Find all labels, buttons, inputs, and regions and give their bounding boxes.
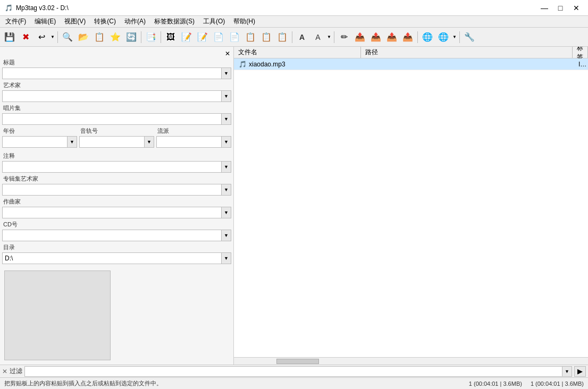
toolbar-btn15[interactable]: 📄 bbox=[227, 30, 242, 45]
filename-text: xiaodao.mp3 bbox=[249, 61, 285, 68]
status-count-selected: 1 (00:04:01 | 3.6MB) bbox=[469, 380, 522, 387]
cd-dropdown[interactable]: ▼ bbox=[222, 230, 231, 241]
toolbar-btn20[interactable]: A bbox=[310, 30, 325, 45]
filter-input[interactable] bbox=[24, 366, 562, 377]
field-label-album: 唱片集 bbox=[2, 104, 231, 112]
genre-input[interactable] bbox=[156, 136, 222, 148]
toolbar-delete-btn[interactable]: ✖ bbox=[18, 30, 33, 45]
menu-convert[interactable]: 转换(C) bbox=[90, 16, 120, 28]
close-button[interactable]: ✕ bbox=[569, 2, 584, 14]
col-header-path[interactable]: 路径 bbox=[361, 47, 573, 58]
filter-go-btn[interactable]: ▶ bbox=[574, 366, 586, 377]
toolbar-btn11[interactable]: 🖼 bbox=[163, 30, 178, 45]
field-label-title: 标题 bbox=[2, 58, 231, 66]
artist-dropdown[interactable]: ▼ bbox=[222, 90, 231, 102]
toolbar-btn14[interactable]: 📄 bbox=[211, 30, 226, 45]
maximize-button[interactable]: □ bbox=[553, 2, 568, 14]
menu-action[interactable]: 动作(A) bbox=[120, 16, 150, 28]
toolbar-btn24[interactable]: 📤 bbox=[384, 30, 399, 45]
main-layout: ✕ 标题 ▼ 艺术家 ▼ 唱片集 ▼ bbox=[0, 47, 588, 365]
field-group-genre: 流派 ▼ bbox=[156, 127, 231, 148]
field-label-comment: 注释 bbox=[2, 152, 231, 160]
minimize-button[interactable]: — bbox=[537, 2, 552, 14]
album-input[interactable] bbox=[2, 113, 222, 125]
comment-dropdown[interactable]: ▼ bbox=[222, 161, 231, 173]
left-panel-close[interactable]: ✕ bbox=[225, 50, 230, 57]
file-list: 🎵 xiaodao.mp3 ID3v2.4 (ID3v2.4) ▶ 播放 💾 保… bbox=[234, 58, 588, 357]
title-bar-left: 🎵 Mp3tag v3.02 - D:\ bbox=[4, 4, 69, 12]
left-panel-header: ✕ bbox=[2, 49, 231, 58]
year-input[interactable] bbox=[2, 136, 68, 148]
field-group-composer: 作曲家 ▼ bbox=[2, 198, 231, 218]
album-dropdown[interactable]: ▼ bbox=[222, 113, 231, 125]
album-artist-input[interactable] bbox=[2, 184, 222, 196]
toolbar-btn26[interactable]: 🌐 bbox=[420, 30, 435, 45]
menu-help[interactable]: 帮助(H) bbox=[229, 16, 259, 28]
file-cell-filename: 🎵 xiaodao.mp3 bbox=[234, 59, 362, 70]
toolbar-undo-btn[interactable]: ↩ bbox=[34, 30, 49, 45]
toolbar-btn23[interactable]: 📤 bbox=[368, 30, 383, 45]
comment-input[interactable] bbox=[2, 161, 222, 173]
toolbar-btn8[interactable]: ⭐ bbox=[108, 30, 123, 45]
title-input[interactable] bbox=[2, 67, 222, 79]
track-input[interactable] bbox=[79, 136, 145, 148]
h-scroll[interactable] bbox=[234, 357, 588, 365]
menu-tag-source[interactable]: 标签数据源(S) bbox=[150, 16, 199, 28]
toolbar-btn18[interactable]: 📋 bbox=[275, 30, 290, 45]
toolbar-undo-dropdown[interactable]: ▼ bbox=[50, 30, 55, 45]
year-dropdown[interactable]: ▼ bbox=[68, 136, 77, 148]
cd-input[interactable] bbox=[2, 230, 222, 241]
toolbar-btn27[interactable]: 🌐 bbox=[436, 30, 451, 45]
genre-dropdown[interactable]: ▼ bbox=[222, 136, 231, 148]
field-input-wrap-album: ▼ bbox=[2, 113, 231, 125]
toolbar-btn13[interactable]: 📝 bbox=[195, 30, 210, 45]
filter-clear[interactable]: ✕ bbox=[2, 368, 7, 375]
window-title: Mp3tag v3.02 - D:\ bbox=[16, 4, 69, 12]
field-input-wrap-cd: ▼ bbox=[2, 230, 231, 241]
toolbar-web-dropdown[interactable]: ▼ bbox=[452, 30, 457, 45]
toolbar-btn5[interactable]: 🔍 bbox=[60, 30, 75, 45]
composer-input[interactable] bbox=[2, 207, 222, 218]
menu-tools[interactable]: 工具(O) bbox=[199, 16, 229, 28]
h-scroll-thumb[interactable] bbox=[276, 359, 319, 364]
field-label-dir: 目录 bbox=[2, 243, 231, 251]
field-group-album-artist: 专辑集艺术家 ▼ bbox=[2, 175, 231, 196]
toolbar-btn25[interactable]: 📤 bbox=[400, 30, 415, 45]
track-dropdown[interactable]: ▼ bbox=[145, 136, 154, 148]
toolbar-save-btn[interactable]: 💾 bbox=[2, 30, 17, 45]
field-label-year: 年份 bbox=[2, 127, 77, 135]
toolbar-a-dropdown[interactable]: ▼ bbox=[326, 30, 332, 45]
toolbar-btn17[interactable]: 📋 bbox=[259, 30, 274, 45]
toolbar-sep-6 bbox=[417, 31, 418, 43]
dir-dropdown[interactable]: ▼ bbox=[222, 252, 231, 264]
toolbar-btn7[interactable]: 📋 bbox=[92, 30, 107, 45]
artist-input[interactable] bbox=[2, 90, 222, 102]
toolbar-btn6[interactable]: 📂 bbox=[76, 30, 91, 45]
status-right: 1 (00:04:01 | 3.6MB) 1 (00:04:01 | 3.6MB… bbox=[469, 380, 584, 387]
left-panel: ✕ 标题 ▼ 艺术家 ▼ 唱片集 ▼ bbox=[0, 47, 234, 365]
filter-dropdown[interactable]: ▼ bbox=[562, 366, 572, 377]
toolbar-btn22[interactable]: 📤 bbox=[352, 30, 367, 45]
toolbar-btn16[interactable]: 📋 bbox=[243, 30, 258, 45]
col-header-tag[interactable]: 标签 bbox=[573, 47, 588, 58]
file-row[interactable]: 🎵 xiaodao.mp3 ID3v2.4 (ID3v2.4) bbox=[234, 58, 588, 70]
toolbar: 💾 ✖ ↩ ▼ 🔍 📂 📋 ⭐ 🔄 📑 🖼 📝 📝 📄 📄 📋 📋 📋 A A … bbox=[0, 28, 588, 47]
field-group-comment: 注释 ▼ bbox=[2, 152, 231, 173]
dir-input[interactable] bbox=[2, 252, 222, 264]
menu-edit[interactable]: 编辑(E) bbox=[30, 16, 60, 28]
file-list-header: 文件名 路径 标签 bbox=[234, 47, 588, 58]
toolbar-btn21[interactable]: ✏ bbox=[337, 30, 351, 45]
filter-bar: ✕ 过滤 ▼ ▶ bbox=[0, 365, 588, 377]
toolbar-btn10[interactable]: 📑 bbox=[144, 30, 158, 45]
menu-view[interactable]: 视图(V) bbox=[60, 16, 90, 28]
toolbar-btn12[interactable]: 📝 bbox=[179, 30, 194, 45]
toolbar-sep-4 bbox=[292, 31, 292, 43]
title-dropdown[interactable]: ▼ bbox=[222, 67, 231, 79]
album-artist-dropdown[interactable]: ▼ bbox=[222, 184, 231, 196]
composer-dropdown[interactable]: ▼ bbox=[222, 207, 231, 218]
toolbar-btn9[interactable]: 🔄 bbox=[124, 30, 139, 45]
menu-file[interactable]: 文件(F) bbox=[1, 16, 30, 28]
toolbar-settings-btn[interactable]: 🔧 bbox=[462, 30, 477, 45]
col-header-filename[interactable]: 文件名 bbox=[234, 47, 361, 58]
toolbar-btn19[interactable]: A bbox=[295, 30, 309, 45]
